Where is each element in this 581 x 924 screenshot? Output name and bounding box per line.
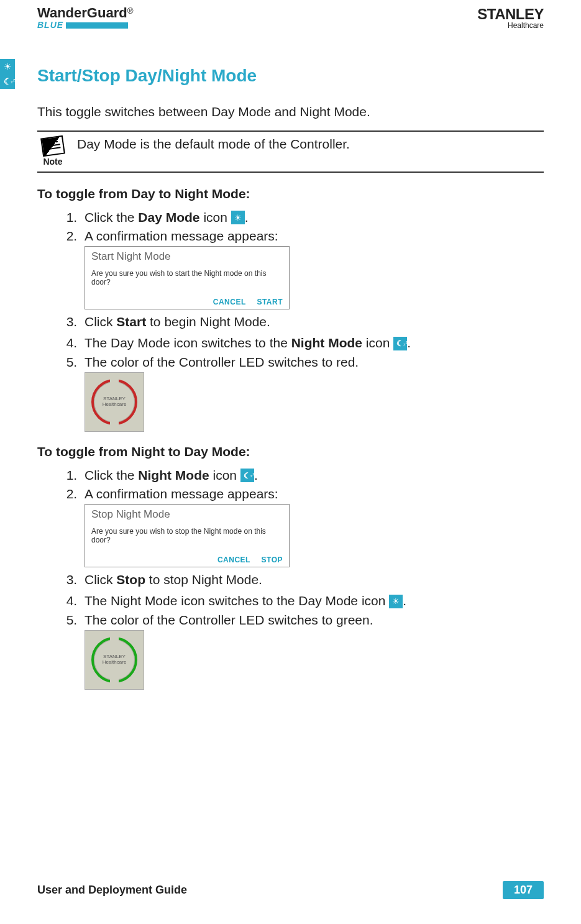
sun-icon: [0, 59, 15, 74]
start-night-dialog: Start Night Mode Are you sure you wish t…: [85, 246, 290, 309]
footer-title: User and Deployment Guide: [37, 884, 187, 897]
list-item: A confirmation message appears: Stop Nig…: [81, 487, 544, 567]
procedure-b-heading: To toggle from Night to Day Mode:: [37, 444, 544, 459]
note-icon: [40, 135, 65, 157]
list-item: Click Stop to stop Night Mode.: [81, 572, 544, 587]
stop-button[interactable]: STOP: [262, 556, 283, 564]
start-button[interactable]: START: [257, 298, 283, 306]
list-item: Click the Day Mode icon .: [81, 210, 544, 225]
brand-stanley: STANLEY: [477, 7, 544, 22]
list-item: The Night Mode icon switches to the Day …: [81, 593, 544, 608]
moon-icon: zz: [393, 337, 407, 350]
dialog-body: Are you sure you wish to stop the Night …: [91, 527, 283, 544]
list-item: The color of the Controller LED switches…: [81, 355, 544, 432]
note-label: Note: [37, 157, 68, 167]
brand-right: STANLEY Healthcare: [477, 7, 544, 29]
stop-night-dialog: Stop Night Mode Are you sure you wish to…: [85, 504, 290, 567]
brand-sub: BLUE: [37, 20, 63, 30]
controller-led-green-image: STANLEYHealthcare: [85, 630, 144, 690]
cancel-button[interactable]: CANCEL: [213, 298, 246, 306]
page-header: WanderGuard® BLUE STANLEY Healthcare: [37, 6, 544, 35]
brand-healthcare: Healthcare: [477, 22, 544, 29]
margin-icons: zz: [0, 59, 26, 89]
brand-left: WanderGuard® BLUE: [37, 6, 133, 30]
sun-icon: [389, 595, 403, 608]
procedure-b-steps: Click the Night Mode icon zz. A confirma…: [62, 468, 544, 690]
sun-icon: [231, 211, 245, 224]
dialog-body: Are you sure you wish to start the Night…: [91, 269, 283, 286]
dialog-title: Stop Night Mode: [91, 508, 283, 521]
page-title: Start/Stop Day/Night Mode: [37, 66, 544, 86]
controller-led-red-image: STANLEYHealthcare: [85, 372, 144, 432]
list-item: The Day Mode icon switches to the Night …: [81, 336, 544, 350]
procedure-a-heading: To toggle from Day to Night Mode:: [37, 186, 544, 201]
list-item: Click the Night Mode icon zz.: [81, 468, 544, 483]
procedure-a-steps: Click the Day Mode icon . A confirmation…: [62, 210, 544, 432]
brand-main: WanderGuard: [37, 5, 127, 21]
moon-icon: zz: [0, 74, 15, 89]
note-text: Day Mode is the default mode of the Cont…: [77, 137, 544, 152]
page-footer: User and Deployment Guide 107: [37, 881, 544, 899]
list-item: The color of the Controller LED switches…: [81, 613, 544, 690]
moon-icon: zz: [240, 469, 254, 482]
dialog-title: Start Night Mode: [91, 250, 283, 263]
brand-stripe: [66, 22, 128, 29]
list-item: Click Start to begin Night Mode.: [81, 314, 544, 329]
list-item: A confirmation message appears: Start Ni…: [81, 229, 544, 309]
brand-reg: ®: [127, 6, 134, 16]
intro-text: This toggle switches between Day Mode an…: [37, 104, 544, 119]
cancel-button[interactable]: CANCEL: [217, 556, 250, 564]
page-number: 107: [503, 881, 544, 899]
note-block: Note Day Mode is the default mode of the…: [37, 130, 544, 173]
